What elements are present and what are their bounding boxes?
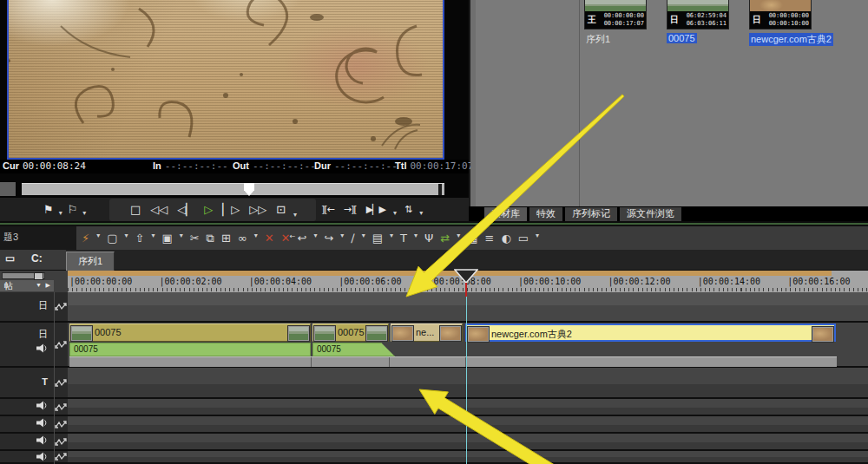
redo-button[interactable]: ↪ [324, 226, 333, 250]
track-patch-icon[interactable] [55, 368, 68, 397]
undo-button-dropdown-icon[interactable]: ▾ [313, 224, 317, 250]
timeline-video-clip[interactable]: newcger.com古典2 [465, 323, 836, 342]
track-patch-icon[interactable] [55, 416, 68, 432]
bin-tab-特效[interactable]: 特效 [529, 207, 562, 221]
film-icon[interactable]: 日 [38, 299, 48, 312]
bin-tab-素材库[interactable]: 素材库 [484, 207, 527, 221]
track-zoom-slider-thumb[interactable] [34, 272, 43, 280]
import-button[interactable]: ⇧ [135, 226, 144, 250]
save-button[interactable]: ▣ [161, 226, 172, 250]
copy-button[interactable]: ⧉ [207, 226, 214, 250]
bin-tab-源文件浏览[interactable]: 源文件浏览 [620, 207, 681, 221]
ripple-delete-button[interactable]: ✕← [281, 226, 291, 250]
search-button[interactable]: ∞ [238, 226, 247, 250]
match-frame-button[interactable]: ▤ [372, 226, 383, 250]
track-patch-icon[interactable] [55, 292, 68, 321]
loop-play-button-dropdown-icon[interactable]: ▾ [293, 211, 297, 221]
color-correction-button[interactable]: ◐ [501, 226, 510, 250]
overwrite-mode-icon[interactable]: ▭ [5, 252, 15, 265]
scrubber-thumb[interactable] [244, 183, 254, 196]
chevron-right-icon[interactable]: ▶ [46, 282, 50, 289]
timeline-video-clip[interactable]: 00075 [69, 323, 311, 342]
add-mark-button[interactable]: ⚑ [42, 201, 56, 219]
goto-in-button[interactable]: ][← [319, 201, 336, 219]
timeline-video-clip[interactable]: 00075 [312, 323, 389, 342]
goto-out-button[interactable]: →][ [342, 201, 358, 219]
out-label: Out [233, 160, 249, 171]
mode-lightning-button[interactable]: ⚡ [82, 226, 89, 250]
new-sequence-button-dropdown-icon[interactable]: ▾ [124, 224, 128, 250]
match-frame-button-dropdown-icon[interactable]: ▾ [390, 224, 393, 250]
track-body[interactable]: 0007500075ne...newcger.com古典20007500075 [68, 323, 868, 368]
monitor-mode-button[interactable]: ▭ [518, 226, 529, 250]
clip-mixer-strip[interactable] [69, 356, 837, 367]
track-body[interactable] [68, 368, 868, 399]
add-cut-point-button-dropdown-icon[interactable]: ▾ [362, 224, 365, 250]
track-body[interactable] [68, 451, 868, 464]
bin-tab-序列标记[interactable]: 序列标记 [565, 207, 617, 221]
add-mark-out-button[interactable]: ⚐ [66, 201, 80, 219]
render-button-dropdown-icon[interactable]: ▾ [457, 224, 460, 250]
ruler-timecode-label: |00:00:06:00 [339, 277, 401, 286]
title-button[interactable]: T [400, 226, 407, 250]
playhead-marker[interactable] [454, 269, 478, 284]
track-body[interactable] [68, 399, 868, 416]
chevron-down-icon[interactable]: ▼ [36, 282, 42, 288]
grid-button[interactable]: ▦ [467, 226, 477, 250]
track-body[interactable] [68, 434, 868, 451]
mixer-button[interactable]: ≡ [484, 226, 494, 250]
frame-back-button[interactable]: ◁▏ [175, 201, 196, 219]
preview-scrubber[interactable] [22, 183, 444, 195]
speaker-icon[interactable] [36, 401, 48, 412]
new-sequence-button[interactable]: ▢ [107, 226, 117, 250]
track-panel-bar[interactable]: 帖 ▼ ▶ [0, 280, 54, 291]
add-mark-out-button-dropdown-icon[interactable]: ▾ [82, 209, 86, 219]
loop-play-button[interactable]: ⊡ [274, 201, 287, 219]
play-in-out-button-dropdown-icon[interactable]: ▾ [393, 209, 397, 219]
stop-button[interactable]: □ [128, 201, 142, 219]
sync-lock-icon[interactable]: C: [31, 252, 43, 265]
timeline-video-clip[interactable]: ne... [391, 323, 463, 342]
track-body[interactable] [68, 416, 868, 434]
timeline-audio-clip[interactable]: 00075 [69, 343, 311, 356]
fast-forward-button[interactable]: ▷▷ [247, 201, 268, 219]
add-mark-button-dropdown-icon[interactable]: ▾ [59, 209, 62, 219]
save-button-dropdown-icon[interactable]: ▾ [180, 224, 183, 250]
undo-button[interactable]: ↩ [297, 226, 306, 250]
speaker-icon[interactable] [36, 418, 48, 429]
speaker-icon[interactable] [36, 452, 48, 463]
speaker-icon[interactable] [36, 343, 48, 355]
delete-button[interactable]: ✕ [265, 226, 274, 250]
rewind-button[interactable]: ◁◁ [148, 201, 169, 219]
paste-button[interactable]: ⊞ [221, 226, 231, 250]
title-button-dropdown-icon[interactable]: ▾ [414, 224, 418, 250]
jog-shuttle-button[interactable]: ⇅ [403, 201, 413, 219]
import-button-dropdown-icon[interactable]: ▾ [151, 224, 155, 250]
bin-item[interactable]: 日00:00:00:0000:00:10:00newcger.com古典2 [749, 0, 812, 46]
timeline-audio-clip[interactable]: 00075 [312, 343, 395, 356]
track-patch-icon[interactable] [55, 451, 68, 462]
title-icon[interactable]: T [42, 376, 48, 387]
cut-button[interactable]: ✂ [190, 226, 200, 250]
track-patch-icon[interactable] [55, 434, 68, 449]
render-button[interactable]: ⇄ [440, 226, 450, 250]
mode-lightning-button-dropdown-icon[interactable]: ▾ [96, 224, 100, 250]
add-cut-point-button[interactable]: ∕ [351, 226, 354, 250]
redo-button-dropdown-icon[interactable]: ▾ [340, 224, 344, 250]
bin-item[interactable]: 王00:00:00:0000:00:17:07序列1 [584, 0, 647, 46]
track-patch-icon[interactable] [55, 323, 68, 366]
play-button[interactable]: ▷ [202, 201, 214, 219]
speaker-icon[interactable] [36, 435, 48, 447]
frame-forward-button[interactable]: ▏▷ [220, 201, 241, 219]
play-in-out-button[interactable]: ▶▏▶ [365, 201, 387, 219]
sequence-tab[interactable]: 序列1 [66, 252, 115, 271]
jog-shuttle-button-dropdown-icon[interactable]: ▾ [419, 209, 423, 219]
search-button-dropdown-icon[interactable]: ▾ [254, 224, 258, 250]
voiceover-button[interactable]: Ψ [424, 226, 433, 250]
track-body[interactable] [68, 292, 868, 323]
monitor-mode-button-dropdown-icon[interactable]: ▾ [536, 224, 539, 250]
film-icon[interactable]: 日 [38, 328, 48, 341]
track-patch-icon[interactable] [55, 399, 68, 415]
track-zoom-slider[interactable] [2, 272, 45, 279]
bin-item[interactable]: 日06:02:59:0406:03:06:1100075 [667, 0, 729, 43]
